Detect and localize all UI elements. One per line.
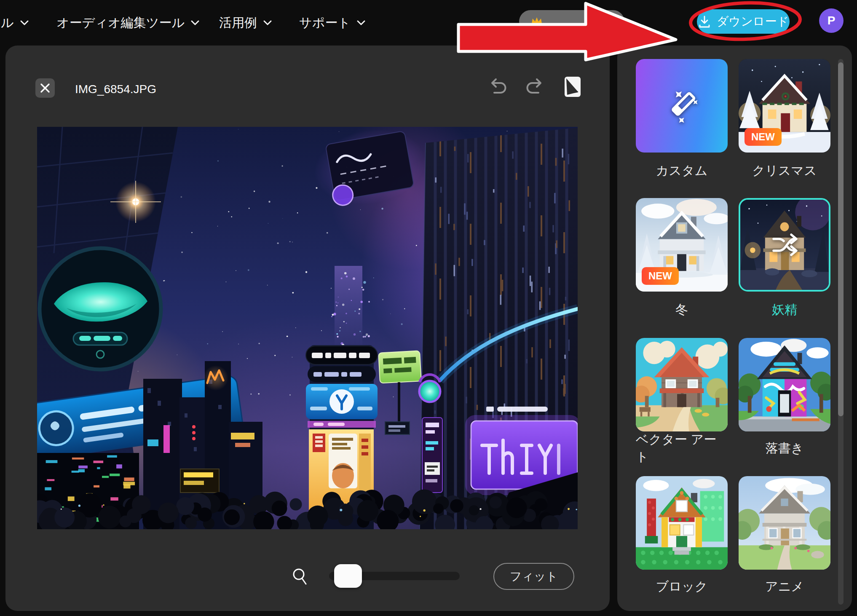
close-button[interactable] <box>35 78 55 98</box>
close-icon <box>40 83 51 94</box>
zoom-magnifier-icon <box>291 567 310 587</box>
nav-item-label: サポート <box>299 14 351 32</box>
crown-icon <box>530 16 544 27</box>
nav-item-label: 活用例 <box>219 14 257 32</box>
style-label: アニメ <box>739 577 830 596</box>
file-name: IMG_6854.JPG <box>75 83 156 96</box>
edited-image-preview <box>37 127 578 529</box>
zoom-slider-thumb[interactable] <box>334 564 362 588</box>
style-tile-doodle[interactable] <box>739 338 830 431</box>
style-label: クリスマス <box>739 161 830 180</box>
style-tile-custom[interactable] <box>636 59 728 153</box>
chevron-down-icon <box>356 20 366 26</box>
page-curl-icon[interactable] <box>560 74 585 100</box>
nav-item-partial[interactable]: ル <box>1 0 29 46</box>
style-label: ブロック <box>636 577 728 596</box>
avatar-initial: P <box>828 14 836 27</box>
fit-button[interactable]: フィット <box>493 563 574 590</box>
magic-wand-icon <box>662 86 701 125</box>
style-label: 冬 <box>636 300 728 319</box>
undo-icon[interactable] <box>487 77 509 99</box>
avatar[interactable]: P <box>819 8 844 33</box>
anime-thumbnail <box>739 476 830 570</box>
style-tile-winter[interactable]: NEW <box>636 198 728 292</box>
style-tile-block[interactable] <box>636 476 728 570</box>
new-badge: NEW <box>745 128 782 146</box>
nav-item-use-cases[interactable]: 活用例 <box>219 0 272 46</box>
download-icon <box>698 15 711 28</box>
style-tile-vector-art[interactable] <box>636 338 728 431</box>
chevron-down-icon <box>20 20 29 26</box>
download-label: ダウンロード <box>717 13 789 29</box>
nav-item-label: オーディオ編集ツール <box>56 14 185 32</box>
shuffle-overlay <box>769 229 800 261</box>
nav-item-support[interactable]: サポート <box>299 0 366 46</box>
new-badge: NEW <box>642 267 679 285</box>
style-label: ベクター アート <box>636 439 728 458</box>
upgrade-user-button[interactable]: ザー <box>519 10 624 33</box>
doodle-thumbnail <box>739 338 830 431</box>
upgrade-user-label: ザー <box>589 15 613 31</box>
chevron-down-icon <box>263 20 272 26</box>
download-button[interactable]: ダウンロード <box>697 9 790 34</box>
style-tile-christmas[interactable]: NEW <box>739 59 830 153</box>
style-label: 落書き <box>739 439 830 458</box>
nav-item-audio-tools[interactable]: オーディオ編集ツール <box>56 0 200 46</box>
style-label: 妖精 <box>739 300 830 319</box>
redo-icon[interactable] <box>524 77 546 99</box>
style-tile-anime[interactable] <box>739 476 830 570</box>
style-tile-fairy[interactable] <box>739 198 830 292</box>
vector-art-thumbnail <box>636 338 728 431</box>
chevron-down-icon <box>190 20 200 26</box>
style-label: カスタム <box>636 161 728 180</box>
app-root: ル オーディオ編集ツール 活用例 サポート ザー ダウンロード <box>0 0 857 616</box>
top-nav: ル オーディオ編集ツール 活用例 サポート ザー ダウンロード <box>0 0 857 46</box>
nav-item-label: ル <box>1 14 14 32</box>
scrollbar-thumb[interactable] <box>838 62 844 416</box>
block-thumbnail <box>636 476 728 570</box>
shuffle-icon <box>769 229 800 259</box>
